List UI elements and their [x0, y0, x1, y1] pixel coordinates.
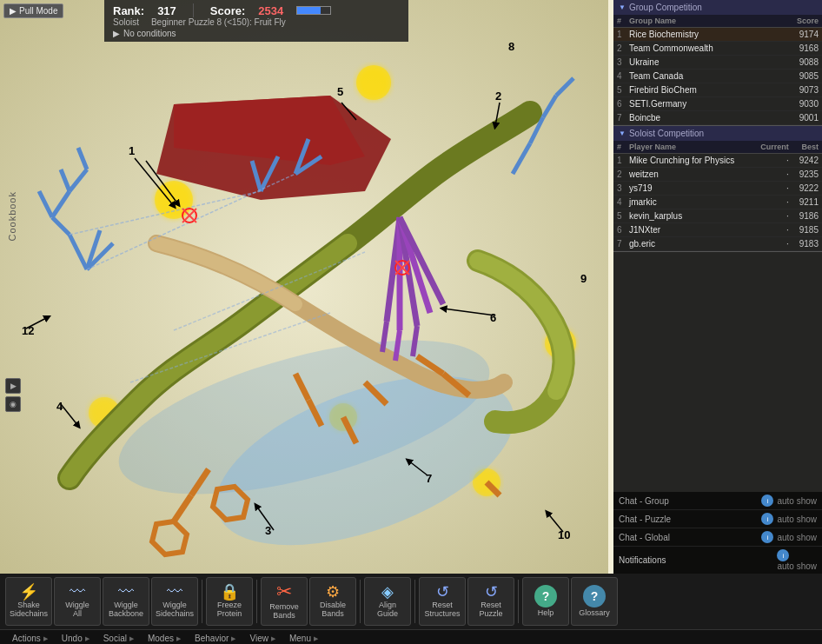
player-type: Soloist — [113, 17, 139, 27]
soloist-best-cell: 9185 — [792, 223, 822, 237]
soloist-name-cell: ys719 — [626, 182, 752, 196]
group-table-row: 5 Firebird BioChem 9073 — [613, 83, 822, 97]
group-name-cell: Boincbe — [626, 111, 775, 125]
soloist-competition-section: ▼ Soloist Competition # Player Name Curr… — [613, 126, 822, 252]
wiggle-backbone-button[interactable]: 〰 WiggleBackbone — [103, 577, 149, 626]
chat-group-row: Chat - Group i auto show — [613, 492, 822, 510]
notifications-auto-show: auto show — [777, 561, 817, 571]
modes-menu[interactable]: Modes ▶ — [141, 632, 188, 644]
soloist-rank-cell: 1 — [613, 154, 626, 168]
soloist-table-body: 1 Mike Crunching for Physics · 9242 2 we… — [613, 154, 822, 251]
view-label: View — [249, 634, 268, 643]
chat-puzzle-controls: i auto show — [761, 513, 817, 525]
chat-global-icon[interactable]: i — [761, 531, 773, 543]
chat-group-icon[interactable]: i — [761, 495, 773, 507]
help-button[interactable]: ? Help — [522, 577, 569, 626]
reset-structures-button[interactable]: ↺ ResetStructures — [419, 577, 466, 626]
group-table-row: 1 Rice Biochemistry 9174 — [613, 28, 822, 42]
remove-bands-button[interactable]: ✂ RemoveBands — [261, 577, 308, 626]
score-value: 2534 — [258, 4, 283, 17]
sep-1 — [202, 580, 202, 623]
svg-text:1: 1 — [129, 144, 135, 157]
notifications-icon[interactable]: i — [777, 549, 789, 561]
score-panel: Rank: 317 Score: 2534 Soloist Beginner P… — [104, 0, 408, 42]
sep-2 — [256, 580, 257, 623]
toolbar-menus: Actions ▶ Undo ▶ Social ▶ Modes ▶ Behavi… — [0, 629, 822, 644]
bottom-toolbar: ⚡ ShakeSidechains 〰 WiggleAll 〰 WiggleBa… — [0, 574, 822, 644]
group-table-row: 3 Ukraine 9088 — [613, 56, 822, 70]
wiggle-all-button[interactable]: 〰 WiggleAll — [54, 577, 101, 626]
rank-value: 317 — [157, 4, 176, 17]
glossary-button[interactable]: ? Glossary — [571, 577, 618, 626]
group-rank-cell: 3 — [613, 56, 626, 70]
reset-puzzle-label: ResetPuzzle — [480, 601, 503, 619]
help-label: Help — [538, 609, 554, 618]
group-competition-header: ▼ Group Competition — [613, 0, 822, 15]
disable-bands-button[interactable]: ⚙ DisableBands — [309, 577, 356, 626]
notifications-row: Notifications i auto show — [613, 547, 822, 574]
game-viewport[interactable]: 1 2 3 4 5 6 7 8 9 10 11 12 — [0, 0, 608, 574]
soloist-name-cell: Mike Crunching for Physics — [626, 154, 752, 168]
group-name-cell: Ukraine — [626, 56, 775, 70]
svg-text:5: 5 — [337, 85, 343, 98]
modes-label: Modes — [148, 634, 174, 643]
soloist-name-cell: jmarkic — [626, 196, 752, 209]
undo-arrow-icon: ▶ — [85, 635, 89, 642]
undo-menu[interactable]: Undo ▶ — [55, 632, 96, 644]
soloist-table-row: 2 weitzen · 9235 — [613, 168, 822, 182]
rank-label: Rank: — [113, 4, 144, 17]
actions-menu[interactable]: Actions ▶ — [5, 632, 55, 644]
group-name-cell: Rice Biochemistry — [626, 28, 775, 42]
reset-structures-label: ResetStructures — [425, 601, 461, 619]
social-label: Social — [103, 634, 127, 643]
group-col-rank: # — [613, 15, 626, 28]
remove-bands-label: RemoveBands — [269, 603, 299, 621]
view-menu[interactable]: View ▶ — [242, 632, 282, 644]
group-score-cell: 9174 — [775, 28, 822, 42]
soloist-rank-cell: 5 — [613, 209, 626, 223]
menu-menu[interactable]: Menu ▶ — [282, 632, 325, 644]
pull-mode-button[interactable]: ▶ Pull Mode — [3, 3, 63, 18]
group-competition-title: Group Competition — [629, 3, 702, 12]
behavior-menu[interactable]: Behavior ▶ — [188, 632, 242, 644]
group-rank-cell: 5 — [613, 83, 626, 97]
soloist-table-row: 1 Mike Crunching for Physics · 9242 — [613, 154, 822, 168]
soloist-competition-table: # Player Name Current Best 1 Mike Crunch… — [613, 141, 822, 251]
soloist-current-cell: · — [752, 223, 792, 237]
no-conditions: No conditions — [123, 29, 176, 38]
remove-bands-icon: ✂ — [276, 582, 292, 601]
sidebar-icon-1[interactable]: ▶ — [5, 378, 21, 394]
group-table-row: 6 SETI.Germany 9030 — [613, 97, 822, 111]
group-rank-cell: 4 — [613, 70, 626, 83]
soloist-rank-cell: 7 — [613, 237, 626, 251]
reset-puzzle-button[interactable]: ↺ ResetPuzzle — [467, 577, 514, 626]
group-rank-cell: 6 — [613, 97, 626, 111]
soloist-name-cell: J1NXter — [626, 223, 752, 237]
group-rank-cell: 7 — [613, 111, 626, 125]
group-name-cell: SETI.Germany — [626, 97, 775, 111]
social-menu[interactable]: Social ▶ — [96, 632, 141, 644]
sidebar-icon-2[interactable]: ◉ — [5, 396, 21, 412]
group-score-cell: 9168 — [775, 42, 822, 56]
soloist-triangle-icon: ▼ — [619, 129, 626, 137]
shake-sidechains-button[interactable]: ⚡ ShakeSidechains — [5, 577, 52, 626]
behavior-label: Behavior — [195, 634, 229, 643]
wiggle-sidechains-button[interactable]: 〰 WiggleSidechains — [151, 577, 198, 626]
menu-label: Menu — [289, 634, 311, 643]
toolbar-buttons: ⚡ ShakeSidechains 〰 WiggleAll 〰 WiggleBa… — [0, 574, 822, 629]
soloist-table-row: 6 J1NXter · 9185 — [613, 223, 822, 237]
freeze-protein-button[interactable]: 🔒 FreezeProtein — [206, 577, 253, 626]
chat-group-controls: i auto show — [761, 495, 817, 507]
align-guide-button[interactable]: ◈ AlignGuide — [364, 577, 411, 626]
group-col-name: Group Name — [626, 15, 775, 28]
chat-puzzle-icon[interactable]: i — [761, 513, 773, 525]
wiggle-backbone-label: WiggleBackbone — [109, 601, 143, 619]
soloist-rank-cell: 6 — [613, 223, 626, 237]
soloist-best-cell: 9235 — [792, 168, 822, 182]
soloist-table-row: 3 ys719 · 9222 — [613, 182, 822, 196]
soloist-col-name: Player Name — [626, 141, 752, 154]
svg-text:10: 10 — [558, 528, 570, 541]
chat-global-auto-show: auto show — [777, 533, 817, 542]
group-rank-cell: 1 — [613, 28, 626, 42]
soloist-current-cell: · — [752, 237, 792, 251]
